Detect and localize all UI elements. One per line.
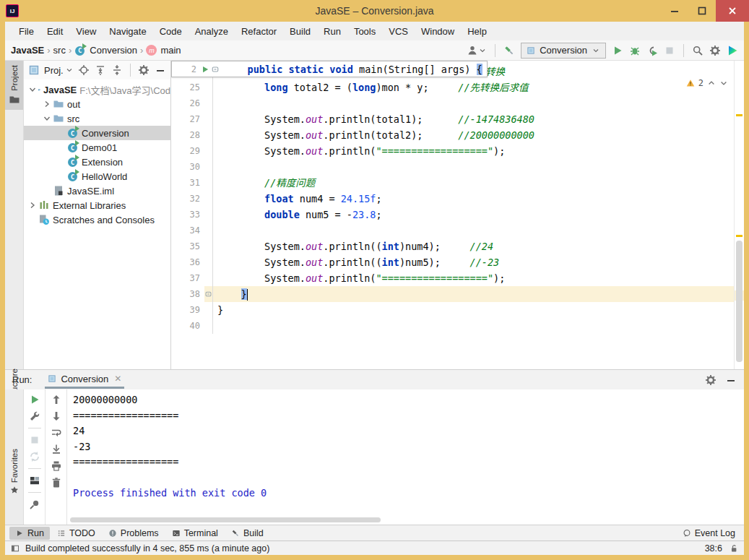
editor-error-stripe[interactable] xyxy=(734,61,744,369)
build-hammer-icon[interactable] xyxy=(503,45,515,56)
breadcrumb-src[interactable]: src xyxy=(53,45,66,56)
line-number[interactable]: 34 xyxy=(171,225,204,236)
tree-item-javase[interactable]: JavaSE F:\文档\Java学习\Cod xyxy=(24,82,170,97)
line-number[interactable]: 29 xyxy=(171,146,204,156)
user-menu-button[interactable] xyxy=(467,45,487,56)
code-line-32[interactable]: 32 float num4 = 24.15f; xyxy=(171,191,734,207)
sticky-method-header[interactable]: 2 public static void main(String[] args)… xyxy=(171,61,488,77)
line-number[interactable]: 30 xyxy=(171,162,204,172)
rerun-button[interactable] xyxy=(29,394,40,405)
print-icon[interactable] xyxy=(51,460,62,472)
search-everywhere-icon[interactable] xyxy=(692,45,703,56)
menu-tools[interactable]: Tools xyxy=(347,26,382,37)
tree-item-demo01[interactable]: CDemo01 xyxy=(24,140,170,155)
tree-item-scratches-and-consoles[interactable]: Scratches and Consoles xyxy=(24,212,170,227)
code-line-36[interactable]: 36 System.out.println((int)num5); //-23 xyxy=(171,254,734,270)
code-line-26[interactable]: 26 xyxy=(171,95,734,111)
down-stack-trace-icon[interactable] xyxy=(51,410,62,422)
menu-code[interactable]: Code xyxy=(153,26,189,37)
tree-item-conversion[interactable]: CConversion xyxy=(24,126,170,140)
tree-item-javase-iml[interactable]: JavaSE.iml xyxy=(24,184,170,198)
code-line-28[interactable]: 28 System.out.println(total2); //2000000… xyxy=(171,127,734,143)
soft-wrap-icon[interactable] xyxy=(51,427,62,439)
inspections-widget[interactable]: 2 xyxy=(686,78,728,88)
line-number[interactable]: 26 xyxy=(171,98,204,108)
tree-item-src[interactable]: src xyxy=(24,111,170,126)
project-view-select[interactable]: Proj. xyxy=(44,65,74,76)
run-line-icon[interactable] xyxy=(201,65,209,74)
hide-run-panel-icon[interactable] xyxy=(725,374,737,386)
line-number[interactable]: 25 xyxy=(171,82,204,92)
panel-settings-icon[interactable] xyxy=(138,64,150,76)
tree-item-out[interactable]: out xyxy=(24,97,170,111)
code-line-31[interactable]: 31 //精度问题 xyxy=(171,175,734,191)
caret-position[interactable]: 38:6 xyxy=(705,543,722,553)
code-line-29[interactable]: 29 System.out.println("=================… xyxy=(171,143,734,159)
code-line-27[interactable]: 27 System.out.println(total1); //-147483… xyxy=(171,111,734,127)
menu-window[interactable]: Window xyxy=(415,26,461,37)
menu-edit[interactable]: Edit xyxy=(40,26,69,37)
up-stack-trace-icon[interactable] xyxy=(51,394,62,405)
edit-configuration-icon[interactable] xyxy=(29,410,40,422)
console-hscrollbar[interactable] xyxy=(70,517,381,522)
warning-stripe-mark[interactable] xyxy=(736,114,742,116)
warning-stripe-mark[interactable] xyxy=(736,235,742,237)
tree-item-helloworld[interactable]: CHelloWorld xyxy=(24,169,170,184)
tool-tab-favorites[interactable]: Favorites xyxy=(5,444,23,499)
stop-button[interactable] xyxy=(664,45,675,56)
line-number[interactable]: 32 xyxy=(171,194,204,204)
breadcrumb-javase[interactable]: JavaSE xyxy=(11,45,44,56)
breadcrumb-main[interactable]: mmain xyxy=(146,45,181,56)
run-settings-icon[interactable] xyxy=(705,374,716,386)
line-number[interactable]: 37 xyxy=(171,273,204,283)
debug-button[interactable] xyxy=(629,45,641,56)
next-warning-icon[interactable] xyxy=(719,79,728,87)
code-line-39[interactable]: 39} xyxy=(171,302,734,318)
close-tab-icon[interactable]: ✕ xyxy=(114,374,121,384)
chevron-down-icon[interactable] xyxy=(41,113,53,124)
run-console[interactable]: 20000000000==================24-23======… xyxy=(67,389,744,525)
code-line-38[interactable]: 38 } xyxy=(171,286,734,302)
stop-process-button[interactable] xyxy=(29,434,40,446)
menu-refactor[interactable]: Refactor xyxy=(235,26,283,37)
run-tab-conversion[interactable]: Conversion ✕ xyxy=(45,371,124,389)
menu-help[interactable]: Help xyxy=(461,26,493,37)
code-line-35[interactable]: 35 System.out.println((int)num4); //24 xyxy=(171,238,734,254)
minimize-button[interactable] xyxy=(661,0,688,22)
clear-console-icon[interactable] xyxy=(51,477,62,488)
restore-layout-icon[interactable] xyxy=(29,475,40,486)
toolwindow-tab-run[interactable]: Run xyxy=(9,527,50,540)
chevron-right-icon[interactable] xyxy=(27,199,38,211)
line-number[interactable]: 38 xyxy=(171,289,204,299)
prev-warning-icon[interactable] xyxy=(707,79,716,87)
fold-marker-icon[interactable] xyxy=(204,286,213,302)
menu-run[interactable]: Run xyxy=(317,26,347,37)
close-button[interactable] xyxy=(716,0,749,22)
code-line-34[interactable]: 34 xyxy=(171,223,734,238)
event-log-button[interactable]: Event Log xyxy=(683,528,740,538)
menu-view[interactable]: View xyxy=(69,26,103,37)
line-number[interactable]: 28 xyxy=(171,130,204,140)
code-line-40[interactable]: 40 xyxy=(171,318,734,334)
line-number[interactable]: 40 xyxy=(171,321,204,331)
run-with-coverage-button[interactable] xyxy=(646,45,658,56)
rerun-failed-icon[interactable] xyxy=(29,451,40,462)
line-number[interactable]: 27 xyxy=(171,114,204,124)
code-line-25[interactable]: 25 long total2 = (long)mon * y; //先转换后求值 xyxy=(171,79,734,95)
hide-panel-icon[interactable] xyxy=(155,64,166,76)
tree-item-external-libraries[interactable]: External Libraries xyxy=(24,198,170,212)
toolwindow-toggle-icon[interactable] xyxy=(11,544,20,553)
chevron-down-icon[interactable] xyxy=(27,84,38,95)
toolwindow-tab-terminal[interactable]: Terminal xyxy=(166,527,224,540)
pin-tab-icon[interactable] xyxy=(29,499,40,510)
expand-all-icon[interactable] xyxy=(95,64,106,76)
menu-build[interactable]: Build xyxy=(283,26,317,37)
line-number[interactable]: 33 xyxy=(171,210,204,220)
code-line-33[interactable]: 33 double num5 = -23.8; xyxy=(171,207,734,223)
tool-tab-project[interactable]: Project xyxy=(5,61,23,110)
menu-navigate[interactable]: Navigate xyxy=(103,26,152,37)
chevron-right-icon[interactable] xyxy=(41,98,53,110)
line-number[interactable]: 39 xyxy=(171,305,204,315)
run-config-select[interactable]: Conversion xyxy=(521,43,606,59)
editor-scrollbar[interactable] xyxy=(736,241,742,362)
